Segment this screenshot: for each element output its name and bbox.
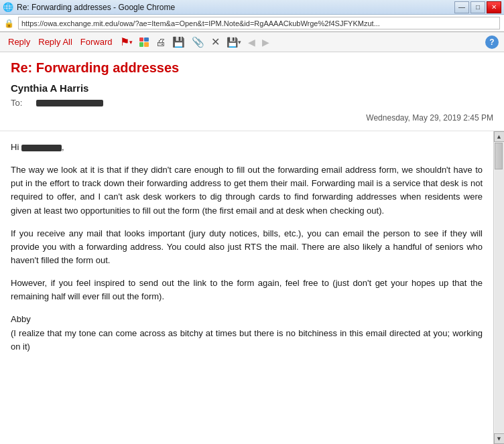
email-sender: Cynthia A Harris xyxy=(11,82,493,94)
attachment-button[interactable]: 📎 xyxy=(190,35,206,50)
email-paragraph-3: However, if you feel inspired to send ou… xyxy=(11,277,483,303)
scroll-up-arrow[interactable]: ▲ xyxy=(494,131,505,142)
to-address-redacted xyxy=(36,100,103,106)
scroll-track[interactable] xyxy=(495,143,504,433)
email-to-row: To: xyxy=(11,98,493,108)
reply-button[interactable]: Reply xyxy=(5,35,33,48)
window-controls: — □ ✕ xyxy=(454,1,501,13)
lock-icon: 🔒 xyxy=(4,19,14,28)
window-title-left: 🌐 Re: Forwarding addresses - Google Chro… xyxy=(3,2,175,13)
window-titlebar: 🌐 Re: Forwarding addresses - Google Chro… xyxy=(0,0,504,15)
email-date: Wednesday, May 29, 2019 2:45 PM xyxy=(11,110,493,125)
window-title: Re: Forwarding addresses - Google Chrome xyxy=(17,3,175,12)
scroll-thumb[interactable] xyxy=(495,143,503,169)
close-button[interactable]: ✕ xyxy=(487,1,501,13)
email-body-wrapper: Hi , The way we look at it is that if th… xyxy=(0,131,504,444)
email-paragraph-1: The way we look at it is that if they di… xyxy=(11,163,483,218)
email-header: Re: Forwarding addresses Cynthia A Harri… xyxy=(0,52,504,131)
print-button[interactable]: 🖨 xyxy=(153,35,168,49)
scrollbar[interactable]: ▲ ▼ xyxy=(493,131,504,444)
next-button: ▶ xyxy=(260,35,271,49)
help-button[interactable]: ? xyxy=(485,35,499,49)
help-label: ? xyxy=(489,38,494,47)
prev-button: ◀ xyxy=(246,35,257,49)
scroll-down-arrow[interactable]: ▼ xyxy=(494,433,505,444)
reply-all-button[interactable]: Reply All xyxy=(36,35,75,48)
forward-label: Forward xyxy=(80,37,113,47)
to-label: To: xyxy=(11,98,31,108)
email-greeting: Hi , xyxy=(11,141,483,154)
reply-label: Reply xyxy=(8,37,30,47)
email-body: Hi , The way we look at it is that if th… xyxy=(0,131,493,444)
email-paragraph-2: If you receive any mail that looks impor… xyxy=(11,227,483,267)
chrome-icon: 🌐 xyxy=(3,2,13,13)
greeting-name-redacted xyxy=(21,145,62,151)
address-input[interactable] xyxy=(18,17,500,29)
email-subject: Re: Forwarding addresses xyxy=(11,60,493,76)
email-container: Re: Forwarding addresses Cynthia A Harri… xyxy=(0,52,504,444)
minimize-button[interactable]: — xyxy=(454,1,469,13)
flag-dropdown-button[interactable]: ⚑▾ xyxy=(118,34,135,50)
apps-grid-button[interactable] xyxy=(137,36,151,48)
email-paragraph-4: Abby (I realize that my tone can come ac… xyxy=(11,313,483,353)
save-button[interactable]: 💾 xyxy=(170,35,187,50)
toolbar: Reply Reply All Forward ⚑▾ 🖨 💾 📎 ✕ 💾▾ ◀ … xyxy=(0,32,504,52)
more-button[interactable]: 💾▾ xyxy=(225,35,243,49)
forward-button[interactable]: Forward xyxy=(78,35,115,48)
reply-all-label: Reply All xyxy=(38,37,72,47)
greeting-text: Hi xyxy=(11,142,19,152)
addressbar: 🔒 xyxy=(0,15,504,32)
delete-button[interactable]: ✕ xyxy=(209,34,222,50)
apps-grid-icon xyxy=(139,38,149,47)
maximize-button[interactable]: □ xyxy=(470,1,485,13)
